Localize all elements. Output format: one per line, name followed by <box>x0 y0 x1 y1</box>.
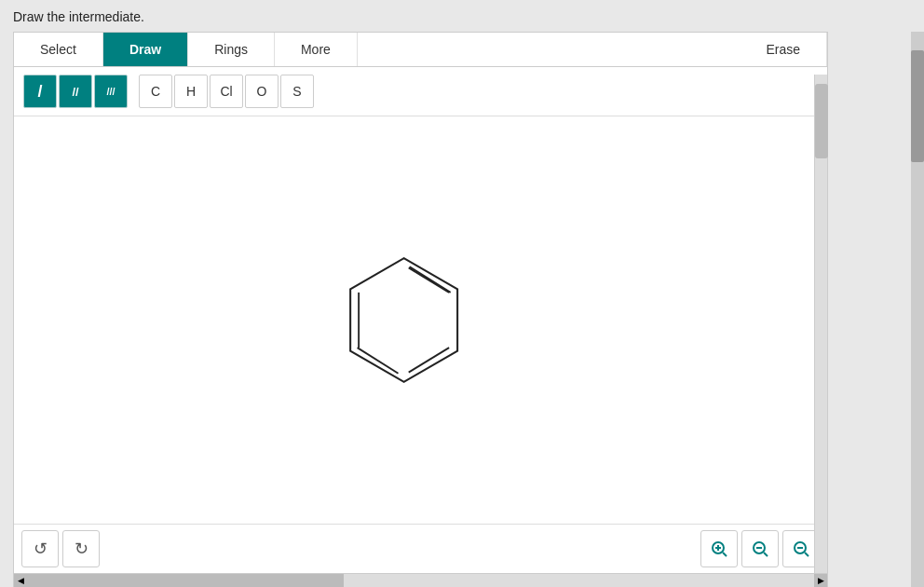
h-scroll-right[interactable]: ▶ <box>814 574 827 587</box>
undo-redo-group: ↺ ↻ <box>21 530 100 567</box>
svg-line-16 <box>805 553 808 556</box>
zoom-out-icon <box>792 539 810 558</box>
v-scrollbar[interactable] <box>814 75 827 573</box>
undo-icon: ↺ <box>34 539 48 559</box>
zoom-in-icon <box>710 539 728 558</box>
bond-single-button[interactable]: / <box>23 75 57 108</box>
bond-triple-icon: /// <box>106 86 115 97</box>
h-scroll-track <box>27 574 814 587</box>
svg-line-13 <box>764 553 768 556</box>
redo-button[interactable]: ↻ <box>62 530 100 567</box>
svg-marker-0 <box>350 258 457 382</box>
zoom-fit-icon <box>751 539 769 558</box>
tabs-row: Select Draw Rings More Erase <box>14 33 827 67</box>
svg-line-3 <box>358 348 399 374</box>
molecule-canvas[interactable] <box>14 116 827 524</box>
h-scrollbar[interactable]: ◀ ▶ <box>14 573 827 586</box>
page-scrollbar[interactable] <box>911 32 924 587</box>
redo-icon: ↻ <box>75 539 88 559</box>
h-scroll-thumb[interactable] <box>27 574 344 587</box>
instruction-text: Draw the intermediate. <box>0 9 924 32</box>
atom-chlorine-button[interactable]: Cl <box>210 75 243 108</box>
toolbar-row: / // /// C H Cl O S <box>14 67 827 116</box>
canvas-area[interactable] <box>14 116 827 524</box>
atom-hydrogen-button[interactable]: H <box>174 75 208 108</box>
bond-tools-group: / // /// <box>23 75 128 108</box>
bond-single-icon: / <box>37 82 42 102</box>
atom-sulfur-button[interactable]: S <box>280 75 314 108</box>
benzene-molecule <box>350 258 457 382</box>
bond-triple-button[interactable]: /// <box>94 75 128 108</box>
svg-line-10 <box>723 553 727 556</box>
v-scroll-thumb[interactable] <box>815 84 828 158</box>
zoom-fit-button[interactable] <box>741 530 779 567</box>
atom-oxygen-button[interactable]: O <box>245 75 279 108</box>
page-scroll-thumb[interactable] <box>911 50 924 162</box>
zoom-group <box>700 530 820 567</box>
tab-rings[interactable]: Rings <box>188 33 275 66</box>
editor-container: Select Draw Rings More Erase / // /// <box>13 32 828 587</box>
atom-carbon-button[interactable]: C <box>139 75 172 108</box>
zoom-in-button[interactable] <box>700 530 738 567</box>
tab-select[interactable]: Select <box>14 33 103 66</box>
h-scroll-left[interactable]: ◀ <box>14 574 27 587</box>
atom-tools-group: C H Cl O S <box>139 75 314 108</box>
bond-double-icon: // <box>72 85 78 99</box>
bottom-bar: ↺ ↻ <box>14 524 827 573</box>
tab-more[interactable]: More <box>275 33 358 66</box>
tab-erase[interactable]: Erase <box>740 33 827 66</box>
tab-draw[interactable]: Draw <box>103 33 188 66</box>
undo-button[interactable]: ↺ <box>21 530 59 567</box>
bond-double-button[interactable]: // <box>59 75 92 108</box>
